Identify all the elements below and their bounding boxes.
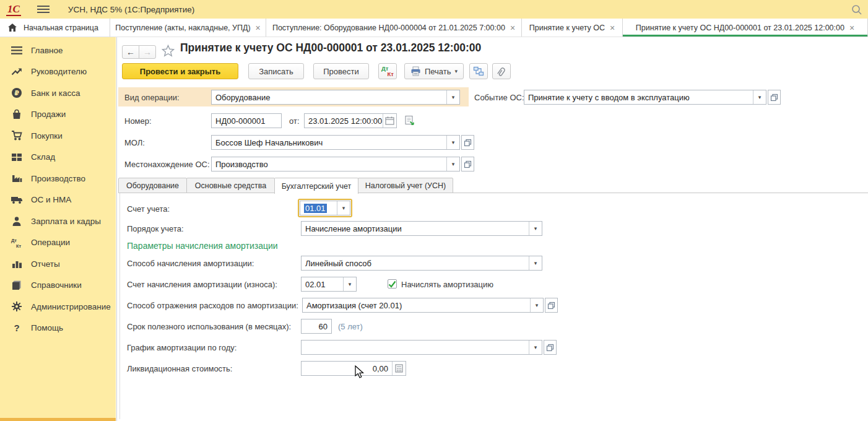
close-tab-icon[interactable]	[849, 24, 854, 32]
post-and-close-button[interactable]: Провести и закрыть	[122, 63, 238, 79]
dropdown-arrow-icon[interactable]	[529, 222, 542, 235]
calculator-button[interactable]	[392, 362, 406, 375]
main-menu-button[interactable]	[37, 5, 50, 14]
books-icon	[10, 280, 24, 290]
tab-label: Поступление (акты, накладные, УПД)	[115, 24, 250, 32]
sidebar-item-pomoshch[interactable]: ? Помощь	[0, 318, 116, 339]
os-event-value: Принятие к учету с вводом в эксплуатацию	[524, 90, 753, 104]
svg-text:Дт: Дт	[11, 238, 17, 243]
sidebar-item-administrirovanie[interactable]: Администрирование	[0, 296, 116, 318]
location-field[interactable]: Производство	[211, 157, 460, 171]
related-documents-button[interactable]	[469, 63, 488, 79]
dropdown-arrow-icon[interactable]	[753, 90, 766, 104]
dropdown-arrow-icon[interactable]	[529, 341, 542, 354]
schedule-field[interactable]	[301, 340, 542, 355]
open-icon	[547, 302, 555, 310]
set-date-button[interactable]	[403, 114, 417, 128]
os-event-field[interactable]: Принятие к учету с вводом в эксплуатацию	[524, 90, 766, 105]
paperclip-icon	[497, 66, 506, 77]
date-field[interactable]: 23.01.2025 12:00:00	[304, 113, 397, 128]
print-button[interactable]: Печать ▾	[404, 63, 464, 79]
mol-field[interactable]: Боссов Шеф Начальникович	[211, 135, 460, 150]
useful-life-hint: (5 лет)	[338, 319, 363, 334]
chart-icon	[10, 259, 24, 269]
forward-button[interactable]: →	[139, 45, 156, 59]
open-icon	[770, 93, 778, 102]
dropdown-arrow-icon[interactable]	[529, 256, 542, 270]
svg-text:₽: ₽	[14, 89, 19, 97]
trend-icon	[10, 67, 24, 77]
tab-prinyatie-list[interactable]: Принятие к учету ОС	[522, 19, 623, 37]
number-field[interactable]: НД00-000001	[211, 113, 282, 128]
account-label: Счет учета:	[127, 201, 170, 216]
tab-postuplenie-list[interactable]: Поступление (акты, накладные, УПД)	[110, 19, 266, 37]
useful-life-field[interactable]: 60	[301, 319, 332, 334]
account-value: 01.01	[304, 204, 327, 213]
schedule-open-button[interactable]	[544, 340, 557, 355]
account-field[interactable]: 01.01	[300, 201, 350, 215]
charge-depreciation-label[interactable]: Начислять амортизацию	[401, 277, 493, 292]
expense-method-label: Способ отражения расходов по амортизации…	[127, 298, 298, 313]
order-field[interactable]: Начисление амортизации	[301, 221, 542, 236]
sidebar-item-pokupki[interactable]: Покупки	[0, 125, 116, 147]
depreciation-account-field[interactable]: 02.01	[301, 277, 357, 292]
date-label: от:	[289, 113, 300, 128]
dropdown-arrow-icon[interactable]	[446, 90, 459, 104]
sidebar-item-proizvodstvo[interactable]: Производство	[0, 168, 116, 189]
back-button[interactable]: ←	[122, 45, 139, 59]
operation-kind-field[interactable]: Оборудование	[211, 90, 460, 105]
dropdown-arrow-icon[interactable]	[446, 157, 459, 171]
sidebar-item-os-i-nma[interactable]: ОС и НМА	[0, 189, 116, 211]
number-label: Номер:	[124, 113, 152, 128]
open-icon	[546, 344, 554, 352]
dropdown-arrow-icon[interactable]	[337, 201, 350, 215]
dropdown-arrow-icon[interactable]	[446, 136, 459, 149]
location-open-button[interactable]	[461, 157, 474, 171]
tab-prinyatie-doc[interactable]: Принятие к учету ОС НД00-000001 от 23.01…	[623, 19, 868, 37]
tab-label: Начальная страница	[24, 24, 98, 32]
post-button[interactable]: Провести	[313, 63, 369, 79]
sidebar-item-spravochniki[interactable]: Справочники	[0, 275, 116, 297]
location-value: Производство	[212, 157, 446, 171]
os-event-open-button[interactable]	[768, 90, 781, 105]
close-tab-icon[interactable]	[256, 24, 261, 32]
close-tab-icon[interactable]	[510, 24, 515, 32]
cart-icon	[10, 130, 24, 141]
search-icon	[851, 4, 863, 16]
sidebar-item-operatsii[interactable]: ДтКт Операции	[0, 232, 116, 254]
tab-postuplenie-doc[interactable]: Поступление: Оборудование НД00-000004 от…	[266, 19, 522, 37]
dropdown-arrow-icon[interactable]	[530, 298, 543, 312]
ruble-icon: ₽	[10, 87, 24, 98]
tab-panel-left-edge	[119, 193, 120, 419]
sidebar-item-rukovoditelyu[interactable]: Руководителю	[0, 61, 116, 83]
expense-method-value: Амортизация (счет 20.01)	[303, 298, 530, 312]
save-button[interactable]: Записать	[248, 63, 304, 79]
tab-home-page[interactable]: Начальная страница	[0, 19, 110, 37]
expense-method-field[interactable]: Амортизация (счет 20.01)	[302, 298, 544, 313]
tab-nalogovyy-uchet-usn[interactable]: Налоговый учет (УСН)	[358, 178, 453, 193]
tab-osnovnye-sredstva[interactable]: Основные средства	[186, 178, 275, 193]
sidebar-item-zarplata-i-kadry[interactable]: Зарплата и кадры	[0, 210, 116, 232]
charge-depreciation-checkbox[interactable]	[388, 279, 397, 289]
tab-buhgalterskiy-uchet[interactable]: Бухгалтерский учет	[274, 178, 358, 194]
expense-method-open-button[interactable]	[545, 298, 558, 313]
search-button[interactable]	[849, 2, 864, 17]
dtkt-button[interactable]: Дт Кт	[378, 63, 397, 79]
sidebar-item-otchety[interactable]: Отчеты	[0, 253, 116, 275]
calendar-button[interactable]	[383, 114, 396, 128]
mol-open-button[interactable]	[461, 135, 474, 150]
sidebar-item-bank-i-kassa[interactable]: ₽ Банк и касса	[0, 82, 116, 104]
method-field[interactable]: Линейный способ	[301, 256, 542, 271]
structure-icon	[473, 66, 484, 76]
dropdown-arrow-icon[interactable]	[343, 277, 356, 291]
tab-oborudovanie[interactable]: Оборудование	[118, 178, 187, 193]
attachments-button[interactable]	[492, 63, 511, 79]
sidebar-item-sklad[interactable]: Склад	[0, 147, 116, 168]
close-tab-icon[interactable]	[610, 24, 615, 32]
sidebar-item-prodazhi[interactable]: Продажи	[0, 104, 116, 126]
sidebar-item-glavnoe[interactable]: Главное	[0, 40, 116, 61]
calculator-icon	[395, 364, 403, 373]
liquidation-value-field[interactable]: 0,00	[301, 361, 406, 376]
favorite-star-icon[interactable]	[162, 45, 175, 59]
operation-kind-value: Оборудование	[212, 90, 446, 104]
